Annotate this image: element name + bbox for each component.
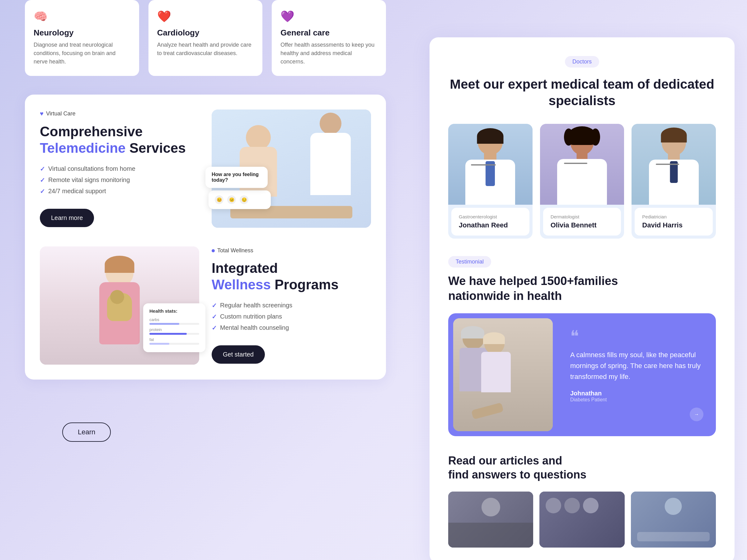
doctors-section-title: Meet our expert medical team of dedicate…: [448, 76, 716, 109]
total-wellness-badge: Total Wellness: [212, 247, 371, 254]
tele-title: Comprehensive Telemedicine Services: [40, 124, 199, 157]
testimonial-heading: We have helped 1500+families nationwide …: [448, 274, 716, 303]
feeling-dot-1[interactable]: 😊: [215, 195, 224, 204]
health-stats-title: Health stats:: [149, 308, 199, 314]
doctor-info-3: Pediatrician David Harris: [635, 208, 713, 236]
articles-grid: [448, 491, 716, 548]
tele-right: How are you feeling today? 😊 😐 😔: [212, 109, 371, 228]
testimonial-image: [453, 318, 553, 431]
wellness-features: Regular health screenings Custom nutriti…: [212, 302, 371, 336]
doctor-card-2: Dermatologist Olivia Bennett: [540, 124, 624, 239]
neurology-title: Neurology: [34, 28, 130, 38]
service-card-cardiology: ❤️ Cardiology Analyze heart health and p…: [149, 0, 263, 76]
articles-section: Read our articles and find answers to qu…: [448, 454, 716, 548]
cardiology-desc: Analyze heart health and provide care to…: [157, 41, 254, 58]
feeling-dot-2[interactable]: 😐: [227, 195, 236, 204]
learn-button-container: Learn: [62, 423, 111, 442]
doctor-photo-3: [632, 124, 716, 205]
testimonial-content: ❝ A calmness fills my soul, like the pea…: [558, 313, 716, 436]
main-card: ♥ Virtual Care Comprehensive Telemedicin…: [25, 95, 386, 379]
feeling-dots: 😊 😐 😔: [215, 195, 264, 204]
services-wrapper: 🧠 Neurology Diagnose and treat neurologi…: [25, 0, 386, 95]
virtual-care-badge: ♥ Virtual Care: [40, 110, 199, 117]
article-card-3[interactable]: [631, 491, 716, 548]
testimonial-author-role: Diabetes Patient: [570, 397, 703, 403]
doc-specialty-3: Pediatrician: [642, 214, 705, 219]
stat-bar-carbs: [149, 323, 199, 325]
stat-fill-fat: [149, 343, 169, 345]
doctor-info-1: Gastroenterologist Jonathan Reed: [451, 208, 530, 236]
wellness-left: Health stats: carbs protein: [40, 246, 199, 365]
neurology-icon: 🧠: [34, 10, 130, 23]
cardiology-icon: ❤️: [157, 10, 254, 23]
services-top: 🧠 Neurology Diagnose and treat neurologi…: [25, 0, 386, 76]
testimonial-card: ❝ A calmness fills my soul, like the pea…: [448, 313, 716, 436]
right-panel: Doctors Meet our expert medical team of …: [430, 37, 735, 560]
testimonial-author-block: Johnathan Diabetes Patient: [570, 390, 703, 403]
testimonial-next-button[interactable]: →: [690, 407, 703, 421]
tele-title-accent: Telemedicine: [40, 140, 126, 156]
tele-features: Virtual consultations from home Remote v…: [40, 165, 199, 199]
stat-row-carbs: carbs: [149, 317, 199, 325]
stat-row-protein: protein: [149, 327, 199, 335]
articles-heading-line1: Read our articles and: [448, 454, 562, 467]
doctor-card-1: Gastroenterologist Jonathan Reed: [448, 124, 533, 239]
wellness-dot: [212, 249, 215, 252]
testimonial-text: A calmness fills my soul, like the peace…: [570, 349, 703, 382]
doctor-photo-1: [448, 124, 533, 205]
testimonial-author-name: Johnathan: [570, 390, 703, 397]
doctor-card-3: Pediatrician David Harris: [632, 124, 716, 239]
wellness-section: Health stats: carbs protein: [40, 246, 371, 365]
tele-feature-3: 24/7 medical support: [40, 188, 199, 195]
general-care-desc: Offer health assessments to keep you hea…: [280, 41, 377, 66]
doc-name-3: David Harris: [642, 221, 705, 229]
general-care-icon: 💜: [280, 10, 377, 23]
feeling-prompt: How are you feeling today?: [205, 167, 268, 188]
articles-heading: Read our articles and find answers to qu…: [448, 454, 716, 482]
article-card-1[interactable]: [448, 491, 533, 548]
tele-title-line2: Services: [129, 140, 186, 156]
doctors-section: Doctors Meet our expert medical team of …: [448, 56, 716, 109]
stat-bar-fat: [149, 343, 199, 345]
wellness-feature-1: Regular health screenings: [212, 302, 371, 309]
get-started-button[interactable]: Get started: [212, 345, 265, 364]
wellness-right: Total Wellness Integrated Wellness Progr…: [212, 246, 371, 365]
neurology-desc: Diagnose and treat neurological conditio…: [34, 41, 130, 66]
service-card-general: 💜 General care Offer health assessments …: [272, 0, 386, 76]
learn-more-button[interactable]: Learn more: [40, 209, 94, 227]
article-card-2[interactable]: [539, 491, 624, 548]
doctors-badge: Doctors: [565, 56, 599, 68]
couple-placeholder: [453, 318, 553, 431]
feeling-bubble: How are you feeling today? 😊 😐 😔: [209, 190, 271, 209]
left-panel: 🧠 Neurology Diagnose and treat neurologi…: [25, 0, 386, 560]
virtual-care-label: Virtual Care: [46, 110, 76, 117]
health-stats-widget: Health stats: carbs protein: [143, 303, 205, 352]
stat-row-fat: fat: [149, 337, 199, 345]
learn-button[interactable]: Learn: [62, 423, 111, 442]
tele-title-line1: Comprehensive: [40, 124, 143, 139]
quote-mark: ❝: [570, 328, 703, 344]
total-wellness-label: Total Wellness: [217, 247, 253, 254]
cardiology-title: Cardiology: [157, 28, 254, 38]
doc-name-2: Olivia Bennett: [550, 221, 614, 229]
service-card-neurology: 🧠 Neurology Diagnose and treat neurologi…: [25, 0, 139, 76]
feeling-dot-3[interactable]: 😔: [240, 195, 248, 204]
testimonial-section: Testimonial We have helped 1500+families…: [448, 256, 716, 436]
stat-label-carbs: carbs: [149, 317, 199, 322]
stat-bar-protein: [149, 333, 199, 335]
general-care-title: General care: [280, 28, 377, 38]
doctors-grid: Gastroenterologist Jonathan Reed: [448, 124, 716, 239]
wellness-feature-3: Mental health counseling: [212, 324, 371, 331]
stat-label-fat: fat: [149, 337, 199, 342]
wellness-title-line2: Programs: [275, 277, 338, 292]
doc-specialty-2: Dermatologist: [550, 214, 614, 219]
stat-label-protein: protein: [149, 327, 199, 332]
testimonial-heading-line1: We have helped 1500+families: [448, 274, 618, 288]
doc-specialty-1: Gastroenterologist: [459, 214, 522, 219]
tele-left: ♥ Virtual Care Comprehensive Telemedicin…: [40, 109, 199, 228]
heart-icon: ♥: [40, 110, 44, 117]
tele-feature-2: Remote vital signs monitoring: [40, 177, 199, 184]
doc-name-1: Jonathan Reed: [459, 221, 522, 229]
testimonial-heading-line2: nationwide in health: [448, 289, 562, 302]
wellness-title: Integrated Wellness Programs: [212, 260, 371, 293]
